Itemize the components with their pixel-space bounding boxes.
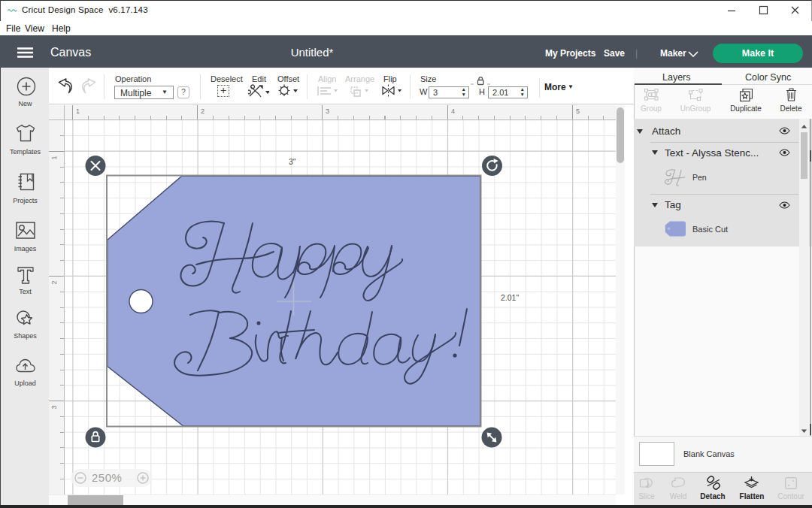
svg-text:2.01": 2.01"	[501, 293, 519, 302]
svg-text:3": 3"	[289, 157, 296, 166]
